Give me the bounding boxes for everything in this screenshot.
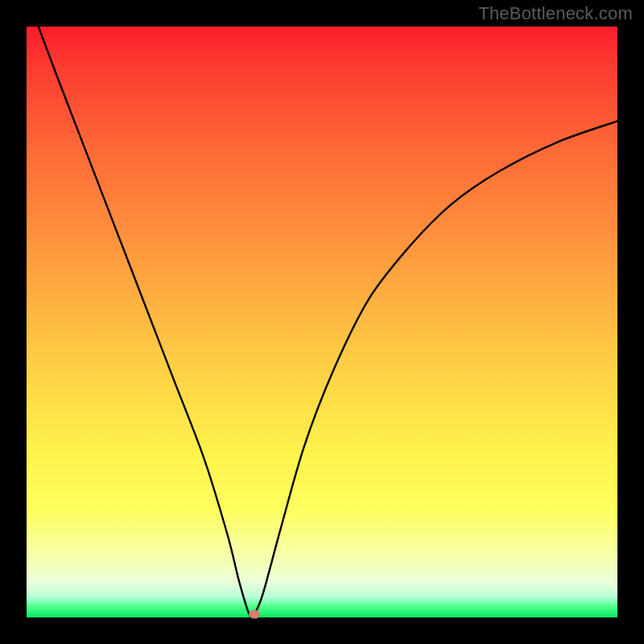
optimal-point-marker [249,610,260,619]
watermark-text: TheBottleneck.com [478,3,633,24]
bottleneck-curve [39,27,617,617]
chart-frame: TheBottleneck.com [0,0,644,644]
plot-area [27,27,617,617]
curve-svg [27,27,617,617]
